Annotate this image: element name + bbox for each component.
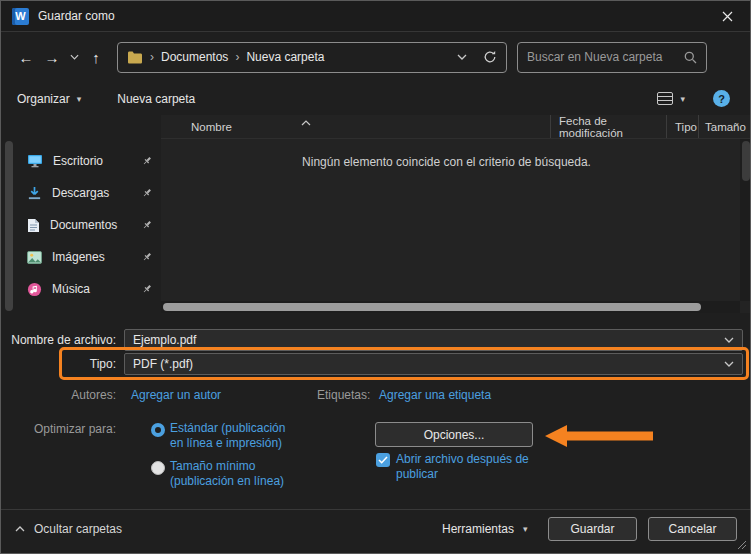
desktop-icon (27, 154, 43, 168)
navigation-sidebar: Escritorio Descargas (15, 145, 161, 305)
sidebar-item-musica[interactable]: Música (15, 273, 161, 305)
filename-label: Nombre de archivo: (1, 333, 116, 347)
horizontal-scrollbar-thumb[interactable] (163, 303, 701, 311)
chevron-down-icon[interactable] (724, 361, 734, 367)
navigation-bar: ← → ↑ › Documentos › Nueva carpeta (1, 33, 750, 81)
save-as-dialog: W Guardar como ← → ↑ › Documentos › Nuev… (0, 0, 751, 554)
titlebar: W Guardar como (1, 1, 750, 32)
file-type-value: PDF (*.pdf) (133, 357, 716, 371)
caret-down-icon: ▾ (523, 524, 528, 534)
open-after-line1: Abrir archivo después de (396, 452, 529, 467)
radio-standard-line2: en línea e impresión) (170, 436, 285, 451)
sidebar-item-imagenes[interactable]: Imágenes (15, 241, 161, 273)
tools-dropdown-button[interactable]: Herramientas ▾ (442, 517, 528, 541)
column-label: Tipo (675, 121, 697, 133)
pin-icon[interactable] (141, 155, 153, 167)
pin-icon[interactable] (141, 283, 153, 295)
organize-button[interactable]: Organizar ▾ (17, 92, 81, 106)
horizontal-scrollbar[interactable] (161, 301, 740, 313)
sidebar-item-label: Escritorio (53, 154, 103, 168)
radio-minimum-label[interactable]: Tamaño mínimo (publicación en línea) (170, 459, 284, 489)
sidebar-item-label: Música (52, 282, 90, 296)
empty-folder-message: Ningún elemento coincide con el criterio… (161, 155, 732, 169)
sidebar-item-descargas[interactable]: Descargas (15, 177, 161, 209)
pin-icon[interactable] (141, 251, 153, 263)
organize-label: Organizar (17, 92, 70, 106)
chevron-down-icon[interactable] (724, 337, 734, 343)
search-box (517, 42, 707, 73)
help-button[interactable]: ? (713, 90, 730, 107)
tags-label: Etiquetas: (317, 388, 370, 402)
breadcrumb-separator-icon: › (235, 50, 239, 64)
vertical-scrollbar-thumb[interactable] (742, 141, 750, 181)
open-after-publish-checkbox[interactable] (376, 453, 390, 467)
file-type-select[interactable]: PDF (*.pdf) (124, 353, 743, 375)
close-icon (722, 11, 733, 22)
pin-icon[interactable] (141, 187, 153, 199)
chevron-up-icon (15, 526, 25, 532)
options-button[interactable]: Opciones... (375, 422, 533, 447)
filename-input[interactable] (133, 333, 716, 347)
pin-icon[interactable] (141, 219, 153, 231)
hide-folders-label: Ocultar carpetas (34, 522, 122, 536)
back-button[interactable]: ← (13, 44, 39, 70)
refresh-icon (483, 50, 497, 64)
column-header-tipo[interactable]: Tipo (667, 115, 699, 138)
command-bar: Organizar ▾ Nueva carpeta ▾ ? (1, 82, 750, 115)
column-label: Tamaño (705, 121, 746, 133)
forward-button[interactable]: → (39, 44, 65, 70)
view-details-icon (657, 92, 673, 105)
breadcrumb-nueva-carpeta[interactable]: Nueva carpeta (246, 50, 324, 64)
add-author-link[interactable]: Agregar un autor (131, 388, 221, 402)
sidebar-item-escritorio[interactable]: Escritorio (15, 145, 161, 177)
column-header-nombre[interactable]: Nombre (161, 115, 551, 138)
file-type-label: Tipo: (1, 357, 116, 371)
sidebar-scrollbar[interactable] (5, 141, 13, 311)
sort-ascending-icon (301, 116, 311, 128)
radio-standard-line1: Estándar (publicación (170, 421, 285, 436)
radio-minimum[interactable] (151, 461, 165, 475)
documents-icon (27, 218, 40, 233)
column-header-fecha[interactable]: Fecha de modificación (551, 115, 667, 138)
column-header-tamano[interactable]: Tamaño (699, 115, 751, 138)
close-button[interactable] (705, 1, 750, 31)
hide-folders-button[interactable]: Ocultar carpetas (15, 522, 122, 536)
annotation-arrow-icon (543, 424, 655, 448)
chevron-down-icon (70, 54, 79, 60)
change-view-button[interactable]: ▾ (657, 92, 685, 105)
open-after-line2: publicar (396, 467, 529, 482)
open-after-publish-label[interactable]: Abrir archivo después de publicar (396, 452, 529, 482)
sidebar-item-label: Descargas (52, 186, 109, 200)
window-title: Guardar como (38, 9, 115, 23)
radio-minimum-line1: Tamaño mínimo (170, 459, 284, 474)
resize-grip[interactable] (737, 540, 747, 550)
footer-divider (1, 509, 750, 510)
caret-down-icon: ▾ (77, 94, 82, 104)
vertical-scrollbar[interactable] (740, 139, 751, 301)
downloads-icon (27, 186, 42, 201)
radio-standard[interactable] (151, 423, 165, 437)
word-logo-icon: W (12, 8, 29, 25)
folder-icon (127, 51, 143, 64)
sidebar-item-documentos[interactable]: Documentos (15, 209, 161, 241)
refresh-button[interactable] (483, 50, 497, 64)
address-bar[interactable]: › Documentos › Nueva carpeta (117, 42, 507, 73)
up-button[interactable]: ↑ (83, 44, 109, 70)
optimize-label: Optimizar para: (1, 422, 116, 436)
tools-label: Herramientas (442, 522, 514, 536)
save-button[interactable]: Guardar (548, 517, 637, 541)
search-icon (684, 51, 697, 64)
filename-combobox[interactable] (124, 329, 743, 351)
cancel-button[interactable]: Cancelar (648, 517, 737, 541)
search-input[interactable] (527, 50, 684, 64)
column-label: Nombre (191, 121, 232, 133)
address-dropdown-chevron-icon[interactable] (457, 54, 467, 60)
new-folder-button[interactable]: Nueva carpeta (117, 92, 195, 106)
radio-standard-label[interactable]: Estándar (publicación en línea e impresi… (170, 421, 285, 451)
breadcrumb-documentos[interactable]: Documentos (161, 50, 228, 64)
new-folder-label: Nueva carpeta (117, 92, 195, 106)
add-tag-link[interactable]: Agregar una etiqueta (379, 388, 491, 402)
recent-locations-button[interactable] (65, 44, 83, 70)
checkmark-icon (378, 456, 388, 464)
sidebar-item-label: Imágenes (52, 250, 105, 264)
